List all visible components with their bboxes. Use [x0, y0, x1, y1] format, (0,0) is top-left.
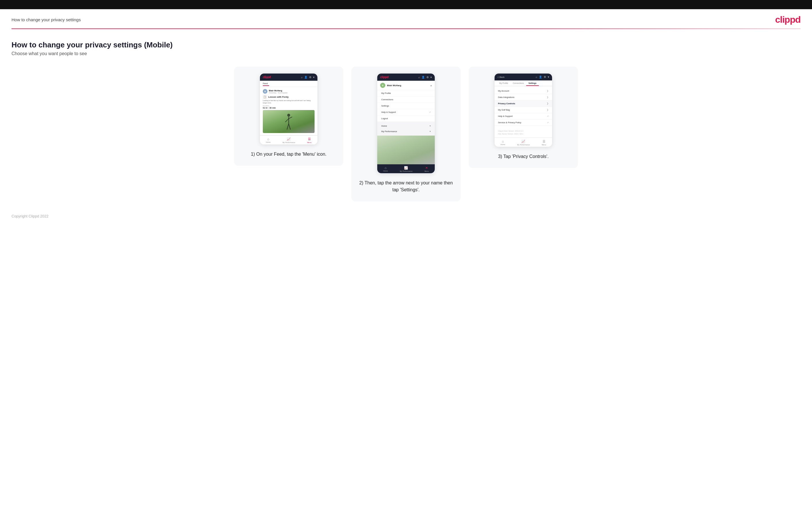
tab-settings[interactable]: Settings	[526, 80, 539, 86]
phone2-header: clippd ⌕ 👤 ⚙ ▾	[377, 73, 435, 81]
copyright: Copyright Clippd 2022	[11, 214, 49, 218]
settings-item-my-golf-bag[interactable]: My Golf Bag ❯	[495, 107, 552, 113]
phone1-nav-menu: ☰ Menu	[307, 137, 311, 143]
chevron-right-icon-4: ❯	[547, 109, 549, 111]
phone2-logo: clippd	[380, 75, 389, 79]
profile-icon: 👤	[304, 76, 307, 79]
phone1-golf-image	[263, 110, 314, 133]
page-subheading: Choose what you want people to see	[11, 51, 801, 56]
phone3-nav-performance: 📈 My Performance	[517, 139, 529, 146]
phone3-settings-list: My Account ❯ Data Integrations ❯ Privacy…	[495, 86, 552, 127]
phone2-nav-performance: 📈 My Performance	[400, 166, 412, 172]
phone2-menu-logout: Logout	[377, 115, 435, 122]
phone2-section-performance: My Performance ▾	[380, 129, 432, 134]
svg-line-3	[289, 117, 292, 119]
phone1-username: Blair McHarg	[269, 89, 288, 92]
phone3-version: Clippd Client Version: 2022.8.3-3 SQL Se…	[495, 127, 552, 137]
phone1-icons: ⌕ 👤 ⚙ ▾	[301, 76, 314, 79]
lesson-icon: 📋	[263, 95, 267, 99]
settings-item-data-integrations[interactable]: Data Integrations ❯	[495, 94, 552, 101]
settings-icon-2: ⚙	[426, 76, 429, 79]
phone1-logo: clippd	[263, 75, 271, 79]
search-icon-2: ⌕	[418, 76, 420, 79]
settings-item-service-privacy[interactable]: Service & Privacy Policy ↗	[495, 119, 552, 126]
phone-mockup-3: < Back ⌕ 👤 ⚙ ▾ My Profile Connections Se…	[495, 73, 552, 147]
svg-point-0	[287, 114, 290, 117]
phone3-back: < Back	[498, 76, 505, 78]
settings-item-help-support[interactable]: Help & Support ↗	[495, 113, 552, 119]
svg-line-4	[287, 124, 289, 129]
external-link-icon: ↗	[547, 115, 549, 117]
step-2-card: clippd ⌕ 👤 ⚙ ▾ B Blair McHarg ▴	[351, 67, 461, 202]
chevron-down-performance: ▾	[429, 130, 431, 133]
chevron-right-icon: ❯	[547, 90, 549, 92]
phone1-duration-label: Duration	[263, 105, 314, 107]
phone2-avatar: B	[380, 83, 385, 88]
page-heading: How to change your privacy settings (Mob…	[11, 41, 801, 49]
phone2-section-home: Home ▾	[380, 123, 432, 129]
step-3-label: 3) Tap 'Privacy Controls'.	[498, 153, 549, 160]
phone1-post-user: B Blair McHarg Yesterday · Sunningdale	[263, 89, 314, 94]
chevron-right-icon-2: ❯	[547, 96, 549, 99]
home-icon-3: ⌂	[502, 139, 504, 143]
step-2-label: 2) Then, tap the arrow next to your name…	[357, 179, 455, 193]
search-icon: ⌕	[301, 76, 303, 79]
chevron-down-home: ▾	[429, 125, 431, 127]
home-icon: ⌂	[267, 137, 269, 141]
phone2-menu-help: Help & Support	[377, 109, 435, 115]
chevron-down-icon: ▾	[313, 76, 314, 79]
steps-row: clippd ⌕ 👤 ⚙ ▾ Feed B	[11, 67, 801, 202]
phone-mockup-1: clippd ⌕ 👤 ⚙ ▾ Feed B	[260, 73, 317, 145]
settings-icon-3: ⚙	[544, 75, 546, 78]
phone2-icons: ⌕ 👤 ⚙ ▾	[418, 76, 432, 79]
step-3-card: < Back ⌕ 👤 ⚙ ▾ My Profile Connections Se…	[469, 67, 578, 168]
phone3-bottom-nav: ⌂ Home 📈 My Performance ☰ Menu	[495, 137, 552, 147]
phone2-golfer-bg	[377, 135, 435, 164]
settings-icon: ⚙	[309, 76, 311, 79]
phone1-duration-val: 01 hr : 30 min	[263, 107, 314, 109]
close-icon: ✕	[425, 166, 428, 170]
header-title: How to change your privacy settings	[11, 17, 81, 22]
phone1-feed-tab: Feed	[260, 81, 317, 87]
menu-icon: ☰	[308, 137, 311, 141]
phone1-lesson-row: 📋 Lesson with Fordy	[263, 95, 314, 99]
phone2-nav-home: ⌂ Home	[383, 166, 388, 172]
logo: clippd	[775, 14, 801, 25]
phone3-icons: ⌕ 👤 ⚙ ▾	[536, 75, 549, 78]
svg-line-2	[285, 119, 289, 122]
phone3-nav-home: ⌂ Home	[501, 139, 505, 146]
phone3-nav-menu: ☰ Menu	[542, 139, 546, 146]
chevron-down-icon-2: ▾	[430, 76, 432, 79]
settings-item-privacy-controls[interactable]: Privacy Controls ❯	[495, 101, 552, 107]
chevron-right-icon-3: ❯	[547, 102, 549, 105]
phone2-dropdown: My Profile Connections Settings Help & S…	[377, 90, 435, 122]
tab-connections[interactable]: Connections	[510, 80, 526, 86]
phone1-nav-performance: 📈 My Performance	[283, 137, 295, 143]
phone2-nav-menu: ✕ Menu	[424, 166, 429, 172]
tab-my-profile[interactable]: My Profile	[497, 80, 510, 86]
phone1-usersub: Yesterday · Sunningdale	[269, 92, 288, 94]
phone3-tabs: My Profile Connections Settings	[495, 80, 552, 86]
step-1-label: 1) On your Feed, tap the 'Menu' icon.	[251, 151, 326, 158]
chart-icon-3: 📈	[521, 139, 525, 143]
footer: Copyright Clippd 2022	[0, 207, 812, 224]
phone1-bottom-nav: ⌂ Home 📈 My Performance ☰ Menu	[260, 135, 317, 145]
phone2-menu-my-profile: My Profile	[377, 90, 435, 97]
phone1-lesson-desc: Looking to feel like my hands are exitin…	[263, 100, 314, 104]
phone2-user-row: B Blair McHarg ▴	[377, 81, 435, 90]
phone1-avatar: B	[263, 89, 267, 94]
phone1-post: B Blair McHarg Yesterday · Sunningdale 📋…	[260, 87, 317, 135]
chevron-up-icon: ▴	[430, 84, 432, 87]
phone-mockup-2: clippd ⌕ 👤 ⚙ ▾ B Blair McHarg ▴	[377, 73, 435, 173]
header: How to change your privacy settings clip…	[0, 9, 812, 29]
phone2-section: Home ▾ My Performance ▾	[377, 122, 435, 135]
phone3-header: < Back ⌕ 👤 ⚙ ▾	[495, 73, 552, 80]
phone2-bottom-nav: ⌂ Home 📈 My Performance ✕ Menu	[377, 164, 435, 173]
phone1-nav-home: ⌂ Home	[266, 137, 270, 143]
chart-icon-2: 📈	[404, 166, 408, 170]
profile-icon-2: 👤	[421, 76, 425, 79]
top-bar	[0, 0, 812, 9]
svg-line-5	[289, 124, 291, 129]
settings-item-my-account[interactable]: My Account ❯	[495, 88, 552, 94]
chart-icon: 📈	[287, 137, 291, 141]
